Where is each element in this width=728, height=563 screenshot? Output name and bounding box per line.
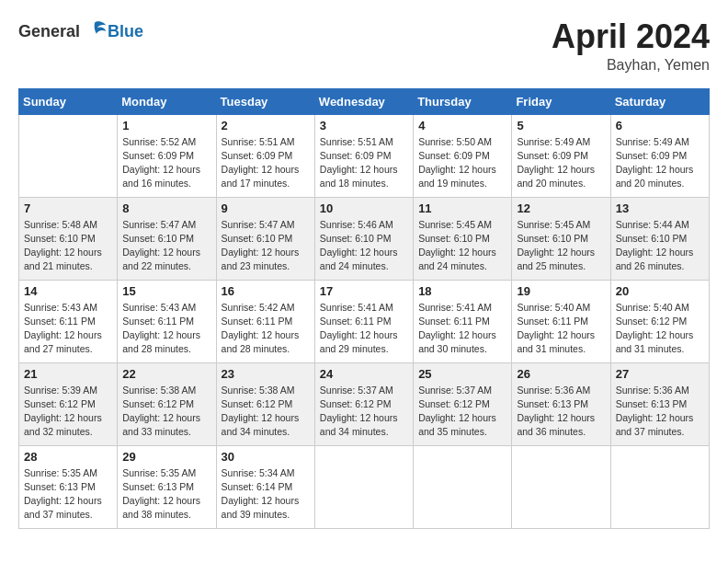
header-row: Sunday Monday Tuesday Wednesday Thursday… xyxy=(19,88,710,114)
day-info: Sunrise: 5:38 AMSunset: 6:12 PMDaylight:… xyxy=(222,384,310,440)
location-title: Bayhan, Yemen xyxy=(552,57,710,74)
day-number: 19 xyxy=(517,284,605,298)
header-monday: Monday xyxy=(118,88,216,114)
day-info: Sunrise: 5:42 AMSunset: 6:11 PMDaylight:… xyxy=(222,301,310,357)
day-info: Sunrise: 5:36 AMSunset: 6:13 PMDaylight:… xyxy=(616,384,704,440)
table-row: 21 Sunrise: 5:39 AMSunset: 6:12 PMDaylig… xyxy=(19,362,118,445)
day-number: 30 xyxy=(222,450,310,464)
table-row: 26 Sunrise: 5:36 AMSunset: 6:13 PMDaylig… xyxy=(512,362,610,445)
day-number: 7 xyxy=(24,201,112,215)
day-number: 10 xyxy=(320,201,408,215)
day-info: Sunrise: 5:50 AMSunset: 6:09 PMDaylight:… xyxy=(418,135,506,191)
table-row: 3 Sunrise: 5:51 AMSunset: 6:09 PMDayligh… xyxy=(314,114,413,197)
day-number: 11 xyxy=(418,201,506,215)
day-number: 24 xyxy=(320,367,408,381)
table-row: 20 Sunrise: 5:40 AMSunset: 6:12 PMDaylig… xyxy=(610,280,709,362)
day-number: 5 xyxy=(517,119,605,132)
table-row: 7 Sunrise: 5:48 AMSunset: 6:10 PMDayligh… xyxy=(19,197,118,280)
table-row: 11 Sunrise: 5:45 AMSunset: 6:10 PMDaylig… xyxy=(414,197,512,280)
table-row: 30 Sunrise: 5:34 AMSunset: 6:14 PMDaylig… xyxy=(216,445,314,528)
header-friday: Friday xyxy=(512,88,610,114)
day-number: 14 xyxy=(24,284,112,298)
day-number: 22 xyxy=(122,367,210,381)
day-number: 26 xyxy=(517,367,605,381)
logo-general-text: General xyxy=(18,22,80,41)
day-number: 21 xyxy=(24,367,112,381)
table-row xyxy=(610,445,709,528)
calendar-week-row: 1 Sunrise: 5:52 AMSunset: 6:09 PMDayligh… xyxy=(19,114,710,197)
day-info: Sunrise: 5:49 AMSunset: 6:09 PMDaylight:… xyxy=(616,135,704,191)
day-info: Sunrise: 5:37 AMSunset: 6:12 PMDaylight:… xyxy=(418,384,506,440)
day-info: Sunrise: 5:49 AMSunset: 6:09 PMDaylight:… xyxy=(517,135,605,191)
logo: General Blue xyxy=(18,18,143,44)
table-row: 5 Sunrise: 5:49 AMSunset: 6:09 PMDayligh… xyxy=(512,114,610,197)
day-info: Sunrise: 5:52 AMSunset: 6:09 PMDaylight:… xyxy=(122,135,210,191)
table-row: 24 Sunrise: 5:37 AMSunset: 6:12 PMDaylig… xyxy=(314,362,413,445)
table-row: 23 Sunrise: 5:38 AMSunset: 6:12 PMDaylig… xyxy=(216,362,314,445)
day-number: 4 xyxy=(418,119,506,132)
day-info: Sunrise: 5:36 AMSunset: 6:13 PMDaylight:… xyxy=(517,384,605,440)
calendar-week-row: 21 Sunrise: 5:39 AMSunset: 6:12 PMDaylig… xyxy=(19,362,710,445)
table-row xyxy=(414,445,512,528)
day-info: Sunrise: 5:48 AMSunset: 6:10 PMDaylight:… xyxy=(24,218,112,274)
day-info: Sunrise: 5:51 AMSunset: 6:09 PMDaylight:… xyxy=(222,135,310,191)
day-number: 27 xyxy=(616,367,704,381)
logo-blue-text: Blue xyxy=(108,22,143,41)
day-number: 15 xyxy=(122,284,210,298)
day-info: Sunrise: 5:43 AMSunset: 6:11 PMDaylight:… xyxy=(122,301,210,357)
day-info: Sunrise: 5:41 AMSunset: 6:11 PMDaylight:… xyxy=(320,301,408,357)
day-number: 6 xyxy=(616,119,704,132)
table-row: 18 Sunrise: 5:41 AMSunset: 6:11 PMDaylig… xyxy=(414,280,512,362)
day-number: 1 xyxy=(122,119,210,132)
day-info: Sunrise: 5:38 AMSunset: 6:12 PMDaylight:… xyxy=(122,384,210,440)
day-number: 16 xyxy=(222,284,310,298)
table-row: 10 Sunrise: 5:46 AMSunset: 6:10 PMDaylig… xyxy=(314,197,413,280)
day-info: Sunrise: 5:37 AMSunset: 6:12 PMDaylight:… xyxy=(320,384,408,440)
table-row: 29 Sunrise: 5:35 AMSunset: 6:13 PMDaylig… xyxy=(118,445,216,528)
table-row: 4 Sunrise: 5:50 AMSunset: 6:09 PMDayligh… xyxy=(414,114,512,197)
day-number: 3 xyxy=(320,119,408,132)
day-info: Sunrise: 5:39 AMSunset: 6:12 PMDaylight:… xyxy=(24,384,112,440)
logo-bird-icon xyxy=(82,18,108,44)
header-sunday: Sunday xyxy=(19,88,118,114)
table-row: 13 Sunrise: 5:44 AMSunset: 6:10 PMDaylig… xyxy=(610,197,709,280)
table-row xyxy=(314,445,413,528)
day-info: Sunrise: 5:45 AMSunset: 6:10 PMDaylight:… xyxy=(517,218,605,274)
day-info: Sunrise: 5:34 AMSunset: 6:14 PMDaylight:… xyxy=(222,466,310,523)
day-info: Sunrise: 5:43 AMSunset: 6:11 PMDaylight:… xyxy=(24,301,112,357)
table-row: 25 Sunrise: 5:37 AMSunset: 6:12 PMDaylig… xyxy=(414,362,512,445)
table-row: 2 Sunrise: 5:51 AMSunset: 6:09 PMDayligh… xyxy=(216,114,314,197)
table-row: 22 Sunrise: 5:38 AMSunset: 6:12 PMDaylig… xyxy=(118,362,216,445)
calendar-week-row: 28 Sunrise: 5:35 AMSunset: 6:13 PMDaylig… xyxy=(19,445,710,528)
calendar-week-row: 14 Sunrise: 5:43 AMSunset: 6:11 PMDaylig… xyxy=(19,280,710,362)
day-number: 25 xyxy=(418,367,506,381)
header-tuesday: Tuesday xyxy=(216,88,314,114)
day-number: 13 xyxy=(616,201,704,215)
table-row: 6 Sunrise: 5:49 AMSunset: 6:09 PMDayligh… xyxy=(610,114,709,197)
day-info: Sunrise: 5:47 AMSunset: 6:10 PMDaylight:… xyxy=(122,218,210,274)
day-number: 18 xyxy=(418,284,506,298)
day-number: 17 xyxy=(320,284,408,298)
day-info: Sunrise: 5:45 AMSunset: 6:10 PMDaylight:… xyxy=(418,218,506,274)
header-wednesday: Wednesday xyxy=(314,88,413,114)
table-row: 28 Sunrise: 5:35 AMSunset: 6:13 PMDaylig… xyxy=(19,445,118,528)
table-row: 17 Sunrise: 5:41 AMSunset: 6:11 PMDaylig… xyxy=(314,280,413,362)
table-row: 14 Sunrise: 5:43 AMSunset: 6:11 PMDaylig… xyxy=(19,280,118,362)
table-row: 8 Sunrise: 5:47 AMSunset: 6:10 PMDayligh… xyxy=(118,197,216,280)
day-number: 9 xyxy=(222,201,310,215)
table-row: 27 Sunrise: 5:36 AMSunset: 6:13 PMDaylig… xyxy=(610,362,709,445)
day-number: 28 xyxy=(24,450,112,464)
table-row: 15 Sunrise: 5:43 AMSunset: 6:11 PMDaylig… xyxy=(118,280,216,362)
month-title: April 2024 xyxy=(552,18,710,55)
calendar-table: Sunday Monday Tuesday Wednesday Thursday… xyxy=(18,88,710,529)
day-number: 20 xyxy=(616,284,704,298)
table-row: 19 Sunrise: 5:40 AMSunset: 6:11 PMDaylig… xyxy=(512,280,610,362)
table-row: 16 Sunrise: 5:42 AMSunset: 6:11 PMDaylig… xyxy=(216,280,314,362)
day-number: 12 xyxy=(517,201,605,215)
table-row xyxy=(512,445,610,528)
day-info: Sunrise: 5:40 AMSunset: 6:12 PMDaylight:… xyxy=(616,301,704,357)
page-header: General Blue April 2024 Bayhan, Yemen xyxy=(18,18,710,74)
day-info: Sunrise: 5:41 AMSunset: 6:11 PMDaylight:… xyxy=(418,301,506,357)
day-info: Sunrise: 5:35 AMSunset: 6:13 PMDaylight:… xyxy=(24,466,112,523)
table-row: 9 Sunrise: 5:47 AMSunset: 6:10 PMDayligh… xyxy=(216,197,314,280)
